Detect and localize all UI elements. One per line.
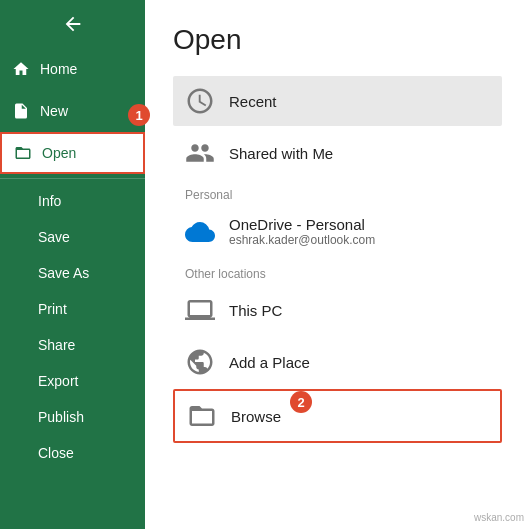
- other-section-header: Other locations: [173, 259, 502, 285]
- sidebar-item-print[interactable]: Print: [0, 291, 145, 327]
- location-shared[interactable]: Shared with Me: [173, 128, 502, 178]
- sidebar-item-save-label: Save: [38, 229, 70, 245]
- badge-1: 1: [128, 104, 150, 126]
- sidebar-item-open-label: Open: [42, 145, 76, 161]
- shared-label: Shared with Me: [229, 145, 333, 162]
- sidebar-item-home-label: Home: [40, 61, 77, 77]
- back-icon: [62, 13, 84, 35]
- thispc-info: This PC: [229, 302, 282, 319]
- personal-section-header: Personal: [173, 180, 502, 206]
- sidebar-item-close-label: Close: [38, 445, 74, 461]
- addplace-label: Add a Place: [229, 354, 310, 371]
- sidebar-item-publish[interactable]: Publish: [0, 399, 145, 435]
- page-title: Open: [173, 24, 502, 56]
- recent-label: Recent: [229, 93, 277, 110]
- recent-info: Recent: [229, 93, 277, 110]
- new-icon: [12, 102, 30, 120]
- sidebar-item-share[interactable]: Share: [0, 327, 145, 363]
- location-onedrive[interactable]: OneDrive - Personal eshrak.kader@outlook…: [173, 206, 502, 257]
- open-icon: [14, 144, 32, 162]
- sidebar-item-close[interactable]: Close: [0, 435, 145, 471]
- divider1: [0, 178, 145, 179]
- shared-info: Shared with Me: [229, 145, 333, 162]
- onedrive-label: OneDrive - Personal: [229, 216, 375, 233]
- back-button[interactable]: [0, 0, 145, 48]
- location-recent[interactable]: Recent: [173, 76, 502, 126]
- globe-icon: [185, 347, 215, 377]
- onedrive-sublabel: eshrak.kader@outlook.com: [229, 233, 375, 247]
- home-icon: [12, 60, 30, 78]
- sidebar-item-export[interactable]: Export: [0, 363, 145, 399]
- sidebar-item-home[interactable]: Home: [0, 48, 145, 90]
- location-addplace[interactable]: Add a Place: [173, 337, 502, 387]
- sidebar-item-open[interactable]: Open: [0, 132, 145, 174]
- sidebar-item-export-label: Export: [38, 373, 78, 389]
- sidebar-item-new-label: New: [40, 103, 68, 119]
- addplace-info: Add a Place: [229, 354, 310, 371]
- sidebar-item-save[interactable]: Save: [0, 219, 145, 255]
- location-browse[interactable]: Browse: [173, 389, 502, 443]
- folder-open-icon: [187, 401, 217, 431]
- sidebar-item-saveas[interactable]: Save As: [0, 255, 145, 291]
- sidebar: Home New Open Info Save Save As Print Sh…: [0, 0, 145, 529]
- clock-icon: [185, 86, 215, 116]
- sidebar-item-print-label: Print: [38, 301, 67, 317]
- onedrive-info: OneDrive - Personal eshrak.kader@outlook…: [229, 216, 375, 247]
- watermark: wskan.com: [474, 512, 524, 523]
- browse-info: Browse: [231, 408, 281, 425]
- sidebar-item-new[interactable]: New: [0, 90, 145, 132]
- onedrive-icon: [185, 217, 215, 247]
- sidebar-item-share-label: Share: [38, 337, 75, 353]
- pc-icon: [185, 295, 215, 325]
- sidebar-item-info-label: Info: [38, 193, 61, 209]
- location-thispc[interactable]: This PC: [173, 285, 502, 335]
- sidebar-item-info[interactable]: Info: [0, 183, 145, 219]
- thispc-label: This PC: [229, 302, 282, 319]
- people-icon: [185, 138, 215, 168]
- main-content: Open Recent Shared with Me Personal OneD…: [145, 0, 530, 529]
- sidebar-item-saveas-label: Save As: [38, 265, 89, 281]
- sidebar-item-publish-label: Publish: [38, 409, 84, 425]
- badge-2: 2: [290, 391, 312, 413]
- browse-label: Browse: [231, 408, 281, 425]
